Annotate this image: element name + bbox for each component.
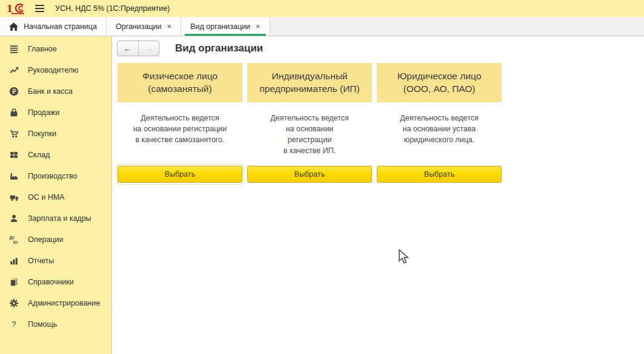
sidebar-item-spravochniki[interactable]: Справочники <box>0 271 111 292</box>
tab-organization-type[interactable]: Вид организации × <box>181 17 270 36</box>
sidebar-item-glavnoe[interactable]: Главное <box>0 38 111 59</box>
trend-icon <box>8 65 20 75</box>
main-menu-icon[interactable] <box>35 5 44 12</box>
svg-text:Дт: Дт <box>9 235 15 240</box>
tabbar: Начальная страница Организации × Вид орг… <box>0 17 644 36</box>
organization-type-cards: Физическое лицо (самозанятый) Деятельнос… <box>118 63 644 183</box>
back-button[interactable]: ← <box>118 41 139 56</box>
sidebar-item-zarplata-i-kadry[interactable]: Зарплата и кадры <box>0 208 111 229</box>
sidebar-item-label: Склад <box>28 151 50 159</box>
sidebar-item-proizvodstvo[interactable]: Производство <box>0 165 111 186</box>
sidebar-item-label: Производство <box>28 172 78 180</box>
sidebar-item-label: Администрирование <box>28 299 100 307</box>
1c-logo: 1 <box>6 2 27 15</box>
sidebar-item-label: Помощь <box>28 320 57 329</box>
sales-bag-icon <box>8 108 20 117</box>
sidebar: Главное Руководителю Банк и касса <box>0 36 112 354</box>
page-title: Вид организации <box>175 42 263 54</box>
sidebar-item-label: Банк и касса <box>28 87 73 96</box>
sidebar-item-pokupki[interactable]: Покупки <box>0 123 111 144</box>
sidebar-item-label: Продажи <box>28 108 59 117</box>
sidebar-item-administrirovanie[interactable]: Администрирование <box>0 292 111 313</box>
sidebar-item-os-i-nma[interactable]: ОС и НМА <box>0 186 111 208</box>
app-shell: Главное Руководителю Банк и касса <box>0 36 644 354</box>
tab-home[interactable]: Начальная страница <box>0 17 107 36</box>
sidebar-item-label: Справочники <box>28 278 74 286</box>
factory-icon <box>8 171 20 181</box>
warehouse-grid-icon <box>8 150 20 160</box>
mouse-cursor <box>398 249 410 266</box>
card-title: Индивидуальный предприниматель (ИП) <box>247 63 372 102</box>
sidebar-item-otchety[interactable]: Отчеты <box>0 250 111 271</box>
choose-button-selfemployed[interactable]: Выбрать <box>118 166 242 183</box>
card-description: Деятельность ведется на основании регист… <box>118 102 242 166</box>
sidebar-item-label: Зарплата и кадры <box>28 214 91 223</box>
sidebar-item-label: ОС и НМА <box>28 193 64 202</box>
nav-row: ← → Вид организации <box>117 40 644 57</box>
bar-chart-icon <box>8 256 20 266</box>
cart-icon <box>8 129 20 139</box>
tab-label: Вид организации <box>190 22 250 31</box>
debit-credit-icon: Дт Кт <box>8 234 20 244</box>
ruble-coin-icon <box>8 87 20 96</box>
books-icon <box>8 277 20 287</box>
choose-button-legal[interactable]: Выбрать <box>377 166 502 183</box>
sidebar-item-bank-i-kassa[interactable]: Банк и касса <box>0 80 111 102</box>
sidebar-item-operatsii[interactable]: Дт Кт Операции <box>0 229 111 250</box>
close-icon[interactable]: × <box>256 22 261 30</box>
sidebar-item-prodazhi[interactable]: Продажи <box>0 102 111 123</box>
svg-text:1: 1 <box>6 2 13 15</box>
tab-label: Начальная страница <box>24 22 97 31</box>
choose-button-ip[interactable]: Выбрать <box>247 166 372 183</box>
gear-icon <box>8 298 20 308</box>
svg-text:Кт: Кт <box>13 240 18 244</box>
sidebar-item-label: Руководителю <box>28 66 78 74</box>
tab-organizations[interactable]: Организации × <box>107 17 181 36</box>
card-description: Деятельность ведется на основании регист… <box>247 102 372 166</box>
card-individual-selfemployed: Физическое лицо (самозанятый) Деятельнос… <box>118 63 242 183</box>
card-entrepreneur-ip: Индивидуальный предприниматель (ИП) Деят… <box>247 63 372 183</box>
main-content: ← → Вид организации Физическое лицо (сам… <box>112 36 644 354</box>
sidebar-item-sklad[interactable]: Склад <box>0 144 111 165</box>
sidebar-item-label: Отчеты <box>28 257 54 265</box>
sidebar-item-pomosch[interactable]: ? Помощь <box>0 313 111 335</box>
app-title: УСН, НДС 5% (1С:Предприятие) <box>55 4 170 13</box>
titlebar: 1 УСН, НДС 5% (1С:Предприятие) <box>0 0 644 17</box>
person-icon <box>8 214 20 223</box>
sidebar-item-label: Операции <box>28 235 63 244</box>
card-legal-entity: Юридическое лицо (ООО, АО, ПАО) Деятельн… <box>377 63 502 183</box>
question-icon: ? <box>8 320 20 329</box>
card-title: Физическое лицо (самозанятый) <box>118 63 242 102</box>
svg-text:?: ? <box>12 320 16 329</box>
card-description: Деятельность ведется на основании устава… <box>377 102 502 166</box>
close-icon[interactable]: × <box>167 22 172 30</box>
sections-icon <box>8 44 20 54</box>
history-nav: ← → <box>117 41 159 56</box>
truck-icon <box>8 192 20 202</box>
home-icon <box>9 22 18 31</box>
sidebar-item-label: Покупки <box>28 129 56 138</box>
sidebar-item-label: Главное <box>28 45 57 53</box>
tab-label: Организации <box>116 22 162 31</box>
forward-button: → <box>139 41 159 56</box>
sidebar-item-rukovoditelyu[interactable]: Руководителю <box>0 59 111 80</box>
card-title: Юридическое лицо (ООО, АО, ПАО) <box>377 63 502 102</box>
active-tab-underline <box>185 34 266 36</box>
